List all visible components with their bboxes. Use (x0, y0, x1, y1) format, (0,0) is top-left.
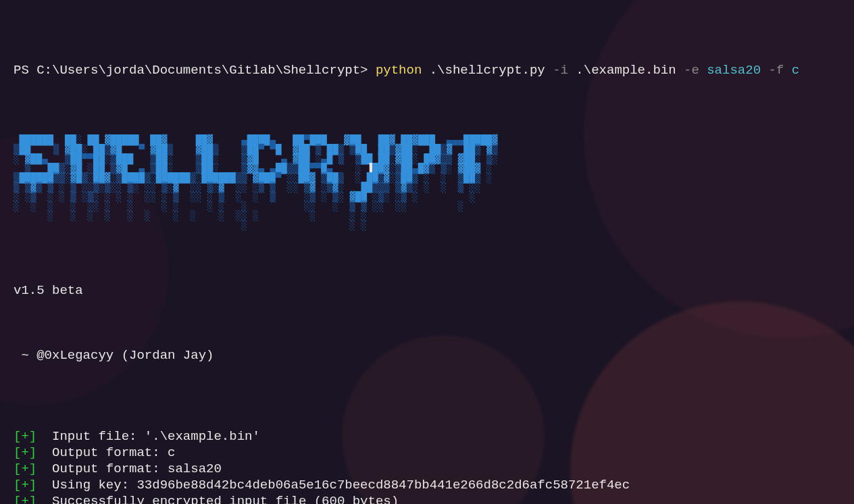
status-text: Successfully encrypted input file (600 b… (36, 494, 399, 504)
flag-f: -f (768, 63, 784, 78)
flag-i: -i (553, 63, 568, 78)
command-name: python (376, 63, 422, 78)
arg-i: .\example.bin (568, 63, 684, 78)
flag-e: -e (684, 63, 699, 78)
arg-f: c (784, 63, 799, 78)
status-text: Output format: salsa20 (36, 461, 222, 476)
prompt-line: PS C:\Users\jorda\Documents\Gitlab\Shell… (14, 62, 840, 78)
status-line: [+] Input file: '.\example.bin' (14, 428, 840, 445)
status-line: [+] Successfully encrypted input file (6… (14, 493, 840, 504)
script-arg: .\shellcrypt.py (422, 63, 553, 78)
ascii-banner: ██████ ██░ ██ ▓█████ ██▓ ██▓ ▄████▄ ██▀█… (14, 135, 840, 230)
status-block: [+] Input file: '.\example.bin'[+] Outpu… (14, 428, 840, 504)
status-line: [+] Output format: c (14, 445, 840, 461)
status-text: Using key: 33d96be88d42bc4deb06a5e16c7be… (36, 478, 630, 493)
status-line: [+] Using key: 33d96be88d42bc4deb06a5e16… (14, 477, 840, 493)
status-plus: [+] (14, 445, 36, 460)
version-text: v1.5 beta (14, 282, 840, 299)
status-plus: [+] (14, 494, 36, 504)
status-line: [+] Output format: salsa20 (14, 461, 840, 477)
status-text: Input file: '.\example.bin' (36, 429, 260, 444)
status-plus: [+] (14, 429, 36, 444)
ps-prompt: PS C:\Users\jorda\Documents\Gitlab\Shell… (14, 63, 376, 78)
status-plus: [+] (14, 461, 36, 476)
status-plus: [+] (14, 478, 36, 493)
terminal-output: PS C:\Users\jorda\Documents\Gitlab\Shell… (0, 0, 854, 504)
status-text: Output format: c (36, 445, 175, 460)
author-text: ~ @0xLegacyy (Jordan Jay) (14, 347, 840, 363)
arg-e: salsa20 (699, 63, 769, 78)
